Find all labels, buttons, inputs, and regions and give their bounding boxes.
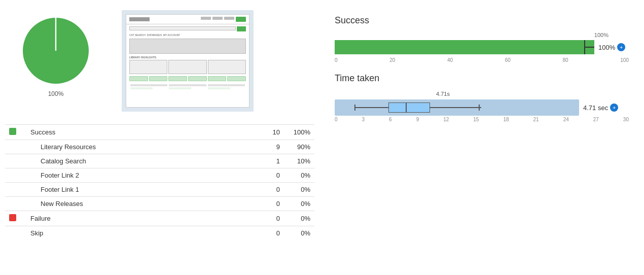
- table-cell-name: Literary Resources: [30, 140, 254, 154]
- time-chart-section: Time taken 4.71s: [335, 73, 629, 122]
- table-cell-count: 0: [254, 183, 284, 197]
- table-cell-pct: 0%: [284, 183, 314, 197]
- table-cell-pct: 90%: [284, 140, 314, 154]
- table-cell-pct: 0%: [284, 211, 314, 226]
- wf-footer-col: [130, 84, 167, 90]
- bar-chart-container: 100% 100% + 0 20 4: [335, 32, 629, 63]
- table-cell-name: Failure: [30, 211, 254, 226]
- wf-body: CAT SEARCH DATABASES MY ACCOUNT LIBRARY …: [126, 24, 249, 93]
- wf-cards: [129, 60, 246, 74]
- box-plot-box: [388, 102, 430, 113]
- wf-header: [126, 15, 249, 24]
- right-panel: Success 100% 100% + 0: [319, 0, 644, 275]
- pie-label: 100%: [48, 90, 64, 97]
- table-cell-count: 0: [254, 168, 284, 183]
- wireframe-inner: CAT SEARCH DATABASES MY ACCOUNT LIBRARY …: [126, 14, 249, 108]
- table-cell-pct: 100%: [284, 125, 314, 140]
- bar-row: 100% +: [335, 40, 629, 54]
- wf-button: [149, 76, 168, 81]
- bar-end-value: 100%: [598, 44, 615, 51]
- boxplot-track: [335, 99, 579, 116]
- wf-button: [208, 76, 227, 81]
- wf-footer-line-short: [130, 87, 153, 89]
- results-table: Success10100%Literary Resources990%Catal…: [5, 124, 314, 240]
- table-cell-dot: [5, 211, 30, 226]
- wf-footer-line: [130, 84, 167, 86]
- bar-axis: 0 20 40 60 80 100: [335, 57, 629, 63]
- table-cell-pct: 0%: [284, 197, 314, 211]
- pie-chart-container: 100%: [5, 15, 106, 97]
- table-cell-dot: [5, 154, 30, 168]
- table-row: New Releases00%: [5, 197, 314, 211]
- table-cell-count: 0: [254, 211, 284, 226]
- whisker-right-line: [430, 107, 481, 108]
- bar-end-label: 100% +: [598, 43, 629, 51]
- wf-card: [168, 60, 206, 74]
- wf-button: [129, 76, 148, 81]
- wf-footer-col: [169, 84, 206, 90]
- boxplot-indicator-row: 4.71s: [335, 90, 629, 97]
- wf-nav-item: [212, 17, 223, 20]
- table-cell-pct: 10%: [284, 154, 314, 168]
- wf-main-img: [129, 39, 246, 54]
- table-row: Footer Link 200%: [5, 168, 314, 183]
- success-info-icon[interactable]: +: [617, 43, 625, 51]
- table-cell-pct: 0%: [284, 226, 314, 240]
- wf-footer: [129, 83, 246, 91]
- wireframe-container: CAT SEARCH DATABASES MY ACCOUNT LIBRARY …: [122, 10, 254, 112]
- wf-search-bar: [129, 26, 236, 30]
- table-row: Success10100%: [5, 125, 314, 140]
- table-row: Catalog Search110%: [5, 154, 314, 168]
- wf-links: CAT SEARCH DATABASES MY ACCOUNT: [129, 33, 246, 37]
- table-cell-name: Catalog Search: [30, 154, 254, 168]
- whisker-left-line: [354, 107, 388, 108]
- table-cell-count: 0: [254, 197, 284, 211]
- wf-search-btn: [237, 26, 246, 31]
- table-cell-name: New Releases: [30, 197, 254, 211]
- boxplot-container: 4.71s 4.71 sec: [335, 90, 629, 122]
- table-cell-dot: [5, 140, 30, 154]
- table-cell-dot: [5, 183, 30, 197]
- time-info-icon[interactable]: +: [610, 104, 618, 112]
- wf-footer-line: [169, 84, 206, 86]
- status-dot-red: [9, 214, 16, 221]
- wf-footer-line-short: [169, 87, 191, 89]
- bar-track: [335, 40, 594, 54]
- success-chart-section: Success 100% 100% + 0: [335, 15, 629, 63]
- table-cell-dot: [5, 125, 30, 140]
- boxplot-end-label: 4.71 sec +: [583, 104, 629, 112]
- wf-nav-item: [201, 17, 211, 20]
- wf-nav-btn: [236, 17, 246, 22]
- bar-marker: [584, 40, 594, 54]
- whisker-right-cap: [479, 105, 480, 111]
- bar-fill: [335, 40, 594, 54]
- table-cell-name: Skip: [30, 226, 254, 240]
- top-section: 100%: [5, 10, 314, 112]
- table-cell-count: 9: [254, 140, 284, 154]
- pie-chart: [20, 15, 91, 86]
- boxplot-indicator-label: 4.71s: [436, 91, 450, 97]
- table-cell-count: 1: [254, 154, 284, 168]
- wf-link: CAT SEARCH: [129, 33, 146, 37]
- wf-card: [129, 60, 167, 74]
- wf-footer-line-short: [208, 87, 230, 89]
- table-row: Literary Resources990%: [5, 140, 314, 154]
- status-dot-green: [9, 128, 16, 135]
- boxplot-end-value: 4.71 sec: [583, 104, 608, 112]
- table-cell-count: 10: [254, 125, 284, 140]
- wf-nav-item: [224, 17, 234, 20]
- boxplot-axis: 0 3 6 9 12 15 18 21 24 27 30: [335, 117, 629, 122]
- table-cell-dot: [5, 197, 30, 211]
- wf-footer-line: [208, 84, 245, 86]
- bar-chart-pct-label: 100%: [335, 32, 629, 38]
- wf-section-title: LIBRARY HIGHLIGHTS: [129, 56, 246, 59]
- left-panel: 100%: [0, 0, 319, 275]
- bar-marker-h: [585, 47, 594, 48]
- success-chart-title: Success: [335, 15, 629, 26]
- wf-footer-col: [208, 84, 245, 90]
- table-cell-dot: [5, 226, 30, 240]
- wf-link: DATABASES: [147, 33, 162, 37]
- time-chart-title: Time taken: [335, 73, 629, 84]
- wf-logo: [129, 17, 150, 21]
- wf-button: [188, 76, 207, 81]
